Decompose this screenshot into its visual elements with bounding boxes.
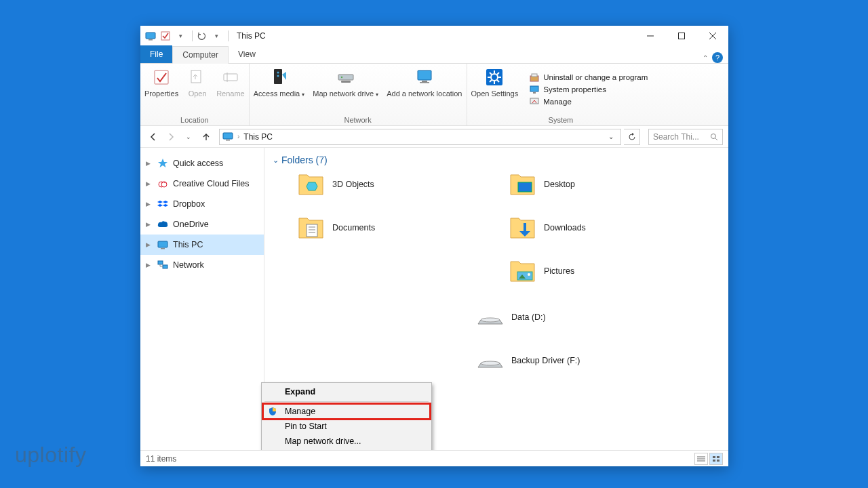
cm-open-new[interactable]: Open in new window	[263, 449, 430, 450]
qat-dropdown-icon[interactable]: ▾	[174, 30, 186, 42]
drive-net-icon	[335, 68, 357, 87]
svg-rect-33	[533, 92, 536, 94]
cm-pin-start[interactable]: Pin to Start	[263, 419, 430, 434]
open-settings-button[interactable]: Open Settings	[467, 64, 523, 115]
svg-rect-1	[149, 39, 153, 41]
search-input[interactable]: Search Thi...	[648, 129, 723, 145]
window-title: This PC	[237, 31, 266, 41]
svg-rect-35	[223, 133, 233, 139]
folder-documents-icon	[297, 214, 326, 241]
tree-onedrive[interactable]: ▶ OneDrive	[140, 214, 264, 235]
folder-3d-objects[interactable]: 3D Objects	[297, 171, 509, 198]
tab-computer[interactable]: Computer	[172, 46, 229, 64]
separator	[192, 30, 193, 41]
minimize-button[interactable]	[635, 26, 666, 46]
folder-documents[interactable]: Documents	[297, 214, 509, 241]
ribbon-group-location: Properties Open Rename Location	[140, 64, 250, 125]
drive-icon	[476, 347, 505, 374]
collapse-ribbon-icon[interactable]: ⌃	[703, 54, 708, 62]
undo-qat-icon[interactable]	[195, 30, 208, 42]
cm-expand[interactable]: Expand	[263, 384, 430, 399]
monitor-net-icon	[414, 68, 435, 87]
tab-view[interactable]: View	[229, 45, 265, 63]
map-drive-button[interactable]: Map network drive ▾	[309, 64, 382, 115]
svg-rect-0	[146, 33, 155, 39]
chevron-right-icon[interactable]: ▶	[146, 241, 153, 248]
folder-3d-icon	[297, 171, 326, 198]
forward-button[interactable]	[163, 129, 178, 144]
tree-quick-access[interactable]: ▶ Quick access	[140, 153, 264, 174]
svg-rect-60	[717, 460, 719, 462]
close-button[interactable]	[697, 26, 728, 46]
drive-backup[interactable]: Backup Driver (F:)	[476, 347, 720, 374]
tree-network[interactable]: ▶ Network	[140, 255, 264, 275]
rename-button[interactable]: Rename	[212, 64, 249, 115]
breadcrumb[interactable]: This PC	[243, 132, 273, 142]
server-media-icon	[268, 68, 290, 87]
icons-view-button[interactable]	[709, 453, 723, 465]
svg-rect-2	[161, 32, 170, 40]
manage-link[interactable]: Manage	[529, 96, 648, 107]
drive-data[interactable]: Data (D:)	[476, 304, 720, 331]
explorer-icon	[144, 30, 157, 42]
address-dropdown-icon[interactable]: ⌄	[604, 133, 618, 140]
help-icon[interactable]: ?	[712, 52, 723, 63]
folders-section-header[interactable]: ⌄ Folders (7)	[273, 155, 720, 165]
folder-pictures-icon	[509, 258, 537, 285]
details-view-button[interactable]	[694, 453, 708, 465]
chevron-right-icon[interactable]: ▶	[146, 180, 153, 187]
chevron-right-icon[interactable]: ▶	[146, 262, 153, 268]
svg-rect-7	[155, 70, 168, 84]
tree-dropbox[interactable]: ▶ Dropbox	[140, 194, 264, 214]
group-label: Network	[250, 115, 467, 125]
tree-this-pc[interactable]: ▶ This PC	[140, 235, 264, 255]
access-media-button[interactable]: Access media ▾	[250, 64, 309, 115]
system-props-link[interactable]: System properties	[529, 84, 648, 95]
open-button[interactable]: Open	[182, 64, 212, 115]
cm-manage[interactable]: Manage	[263, 404, 430, 419]
uninstall-link[interactable]: Uninstall or change a program	[529, 72, 648, 83]
properties-qat-icon[interactable]	[159, 30, 172, 42]
svg-rect-42	[161, 248, 165, 249]
creative-cloud-icon	[157, 178, 169, 190]
svg-point-13	[277, 75, 279, 77]
this-pc-icon	[157, 239, 169, 251]
uninstall-icon	[529, 72, 540, 83]
refresh-button[interactable]	[624, 129, 640, 145]
navigation-pane: ▶ Quick access ▶ Creative Cloud Files ▶ …	[140, 148, 264, 450]
svg-rect-32	[530, 86, 538, 92]
address-bar[interactable]: › This PC ⌄	[219, 129, 621, 145]
chevron-down-icon[interactable]: ⌄	[273, 156, 279, 165]
status-bar: 11 items	[140, 450, 728, 466]
recent-dropdown[interactable]: ⌄	[181, 129, 196, 144]
folder-downloads[interactable]: Downloads	[509, 214, 720, 241]
qat-dropdown-icon[interactable]: ▾	[210, 30, 222, 42]
svg-rect-18	[422, 81, 427, 82]
watermark: uplotify	[15, 443, 86, 468]
properties-button[interactable]: Properties	[140, 64, 182, 115]
chevron-right-icon[interactable]: ▶	[146, 201, 153, 207]
file-explorer-window: ▾ ▾ This PC File Computer View ⌃ ? Pro	[140, 26, 728, 466]
chevron-right-icon[interactable]: ▶	[146, 160, 153, 167]
svg-point-15	[341, 77, 342, 78]
chevron-right-icon[interactable]: ▶	[146, 221, 153, 228]
svg-rect-57	[713, 456, 715, 458]
onedrive-icon	[157, 218, 169, 230]
separator	[264, 401, 429, 402]
maximize-button[interactable]	[666, 26, 697, 46]
svg-rect-46	[307, 224, 317, 237]
svg-point-53	[481, 361, 500, 365]
svg-point-52	[481, 318, 500, 322]
cm-map-drive[interactable]: Map network drive...	[263, 434, 430, 449]
search-icon	[710, 133, 718, 141]
folder-pictures[interactable]: Pictures	[509, 258, 720, 285]
tree-creative-cloud[interactable]: ▶ Creative Cloud Files	[140, 174, 264, 194]
folder-desktop[interactable]: Desktop	[509, 171, 720, 198]
svg-rect-19	[420, 82, 429, 83]
add-location-button[interactable]: Add a network location	[382, 64, 466, 115]
up-button[interactable]	[199, 129, 214, 144]
back-button[interactable]	[146, 129, 161, 144]
settings-gear-icon	[484, 68, 505, 87]
svg-rect-41	[158, 241, 167, 247]
tab-file[interactable]: File	[140, 45, 172, 63]
